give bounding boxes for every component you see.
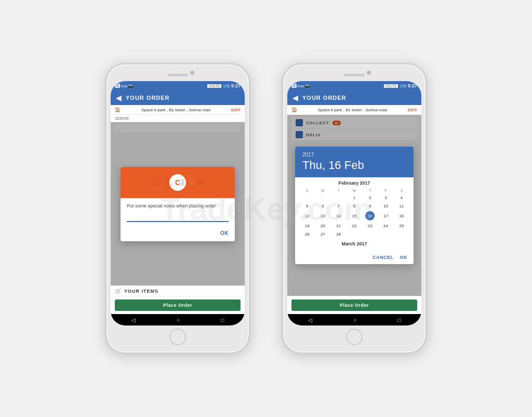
status-bar-1: S true 📷 VOLTE LTE 5:27 xyxy=(111,81,245,90)
week-row: 12 13 14 15 16 17 18 xyxy=(299,210,409,221)
place-order-btn-2[interactable]: Place Order xyxy=(291,299,417,311)
col-fri: F xyxy=(378,188,393,193)
day-cell[interactable]: 3 xyxy=(378,193,393,202)
day-cell[interactable]: 5 xyxy=(299,202,315,210)
home-button-2[interactable] xyxy=(346,329,363,345)
camera-icon-2: 📷 xyxy=(305,84,310,88)
address-bar-2: 🏠 Spaze it park , B1 tower , Sohna road … xyxy=(287,105,421,115)
day-16-selected[interactable]: 16 xyxy=(362,210,378,221)
nav-home-2[interactable]: ○ xyxy=(353,317,356,323)
march-title: March 2017 xyxy=(299,241,409,246)
phone-camera-1 xyxy=(190,71,194,75)
skype-icon: S xyxy=(115,84,120,88)
day-cell[interactable]: 7 xyxy=(331,202,347,210)
back-arrow-2[interactable]: ◀ xyxy=(292,94,298,102)
home-button-1[interactable] xyxy=(169,329,186,345)
edit-btn-1[interactable]: EDIT xyxy=(231,108,241,112)
week-row: 26 27 28 xyxy=(299,230,409,238)
back-arrow-1[interactable]: ◀ xyxy=(116,94,122,102)
address-bar-1: 🏠 Spaze it park , B1 tower , Sohna road … xyxy=(111,105,245,115)
col-tue: T xyxy=(331,188,347,193)
day-cell[interactable]: 1 xyxy=(347,193,362,202)
calendar-ok-button[interactable]: OK xyxy=(400,255,408,260)
status-right-2: VOLTE LTE 5:27 xyxy=(384,83,417,88)
day-cell[interactable]: 12 xyxy=(299,210,315,221)
col-sun: S xyxy=(299,188,315,193)
day-cell[interactable] xyxy=(315,193,330,202)
true-label: true xyxy=(121,84,127,88)
phone-screen-2: S true 📷 VOLTE LTE 5:27 ◀ YOUR ORDER 🏠 S… xyxy=(287,81,421,325)
day-cell[interactable]: 21 xyxy=(331,221,347,230)
day-cell[interactable] xyxy=(299,193,315,202)
day-cell[interactable] xyxy=(331,193,347,202)
day-cell[interactable]: 8 xyxy=(347,202,362,210)
day-cell[interactable]: 22 xyxy=(347,221,362,230)
calendar-body: February 2017 S M T W T F xyxy=(295,177,414,252)
nav-recents-2[interactable]: □ xyxy=(397,317,401,323)
edit-btn-2[interactable]: EDIT xyxy=(408,108,417,112)
calendar-cancel-button[interactable]: CANCEL xyxy=(373,255,394,260)
notes-dialog: 🎧 🎒 🖊 📱 🎨 🖥 C Put some special notes whe… xyxy=(121,167,235,241)
week-row: 5 6 7 8 9 10 11 xyxy=(299,202,409,210)
day-cell[interactable]: 6 xyxy=(315,202,330,210)
address-text-1: Spaze it park , B1 tower , Sohna road xyxy=(141,108,210,112)
nav-back-1[interactable]: ◁ xyxy=(131,317,136,323)
camera-icon: 📷 xyxy=(128,84,134,88)
nav-home-1[interactable]: ○ xyxy=(177,317,180,323)
col-sat: S xyxy=(394,188,409,193)
notes-dialog-overlay: 🎧 🎒 🖊 📱 🎨 🖥 C Put some special notes whe… xyxy=(111,122,245,285)
day-cell[interactable]: 2 xyxy=(362,193,378,202)
home-icon-2: 🏠 xyxy=(291,107,297,112)
day-cell[interactable]: 23 xyxy=(362,221,378,230)
calendar-dialog-overlay: 2017 Thu, 16 Feb February 2017 S xyxy=(287,115,421,296)
day-cell[interactable]: 25 xyxy=(394,221,409,230)
day-cell[interactable]: 9 xyxy=(362,202,378,210)
day-cell[interactable]: 20 xyxy=(315,221,330,230)
day-cell[interactable]: 27 xyxy=(315,230,330,238)
time-label-2: 5:27 xyxy=(408,83,417,88)
true-label-2: true xyxy=(298,84,304,88)
phone-2: S true 📷 VOLTE LTE 5:27 ◀ YOUR ORDER 🏠 S… xyxy=(282,63,427,354)
status-left-2: S true 📷 xyxy=(291,84,310,88)
nav-bar-1: ◁ ○ □ xyxy=(111,314,245,325)
header-bg-icons: 🎧 🎒 🖊 📱 🎨 🖥 xyxy=(121,167,235,198)
day-cell[interactable]: 28 xyxy=(331,230,347,238)
notes-input[interactable] xyxy=(127,214,229,222)
phone-1: S true 📷 VOLTE LTE 5:27 ◀ YOUR ORDER 🏠 S… xyxy=(105,63,250,354)
day-cell xyxy=(362,230,378,238)
calendar-header: 2017 Thu, 16 Feb xyxy=(295,147,414,177)
day-cell[interactable]: 10 xyxy=(378,202,393,210)
day-cell[interactable]: 17 xyxy=(378,210,393,221)
col-mon: M xyxy=(315,188,330,193)
address-text-2: Spaze it park , B1 tower , Sohna road xyxy=(318,108,387,112)
order-id-1: 122018 xyxy=(111,115,245,122)
day-cell[interactable]: 26 xyxy=(299,230,315,238)
february-grid: S M T W T F S xyxy=(299,188,409,238)
nav-bar-2: ◁ ○ □ xyxy=(287,314,421,325)
col-thu: T xyxy=(362,188,378,193)
day-cell[interactable]: 11 xyxy=(394,202,409,210)
nav-back-2[interactable]: ◁ xyxy=(308,317,312,323)
day-cell[interactable]: 19 xyxy=(299,221,315,230)
day-cell[interactable]: 15 xyxy=(347,210,362,221)
day-cell[interactable]: 18 xyxy=(394,210,409,221)
volte-badge: VOLTE xyxy=(207,84,221,88)
calendar-date-big: Thu, 16 Feb xyxy=(302,159,406,172)
skype-icon-2: S xyxy=(291,84,297,88)
lte-label-2: LTE xyxy=(400,84,406,88)
day-cell[interactable]: 14 xyxy=(331,210,347,221)
time-label-1: 5:27 xyxy=(231,83,241,88)
calendar-year: 2017 xyxy=(302,152,406,158)
week-row: 19 20 21 22 23 24 25 xyxy=(299,221,409,230)
day-cell[interactable]: 24 xyxy=(378,221,393,230)
nav-recents-1[interactable]: □ xyxy=(221,317,224,323)
february-title: February 2017 xyxy=(299,180,409,186)
toolbar-title-2: YOUR ORDER xyxy=(302,95,347,101)
day-cell[interactable]: 13 xyxy=(315,210,330,221)
selected-day-circle: 16 xyxy=(365,211,375,220)
day-cell[interactable]: 4 xyxy=(394,193,409,202)
notes-ok-button[interactable]: OK xyxy=(220,230,229,236)
place-order-btn-1[interactable]: Place Order xyxy=(115,299,241,311)
col-wed: W xyxy=(347,188,362,193)
your-items-label: YOUR ITEMS xyxy=(124,289,158,294)
